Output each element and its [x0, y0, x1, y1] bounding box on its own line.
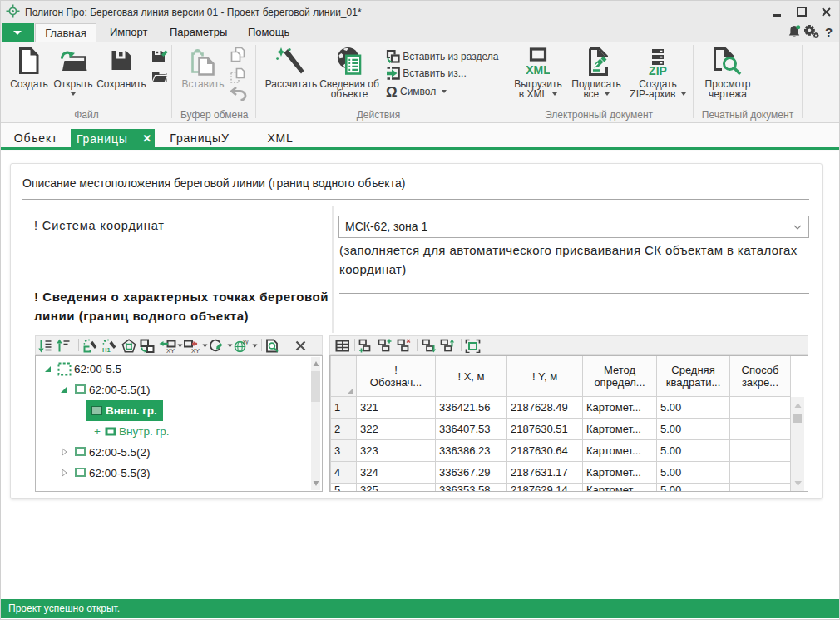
svg-text:XY: XY — [166, 347, 175, 354]
svg-text:H1: H1 — [102, 346, 111, 353]
svg-text:XY: XY — [191, 347, 200, 354]
svg-text:XML: XML — [526, 63, 550, 76]
svg-text:ZIP: ZIP — [649, 64, 667, 76]
svg-text:xy: xy — [243, 339, 249, 345]
